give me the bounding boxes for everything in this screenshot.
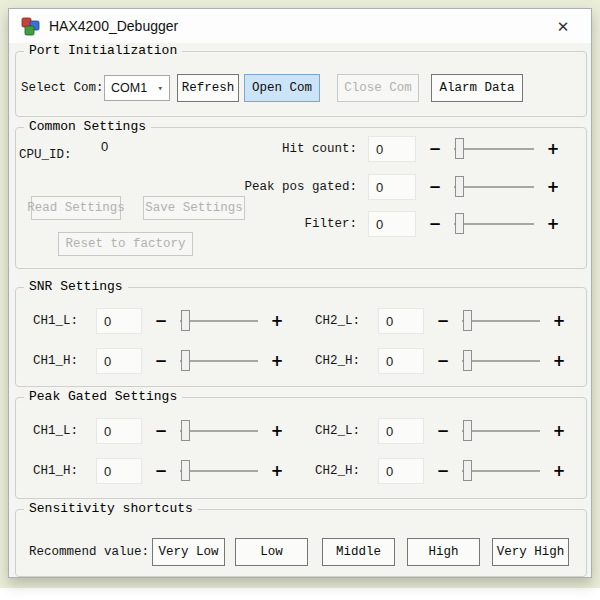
snr-ch1-h-slider[interactable] (180, 360, 258, 362)
group-legend: Port Initialization (24, 43, 182, 58)
peak-pos-gated-value[interactable]: 0 (368, 174, 416, 200)
peak-ch1-l-row: CH1_L: 0 − + (33, 417, 285, 445)
plus-button[interactable]: + (545, 173, 561, 201)
peak-ch1-l-slider[interactable] (180, 430, 258, 432)
group-legend: Common Settings (24, 119, 151, 134)
slider-thumb[interactable] (181, 460, 190, 481)
snr-ch2-h-slider[interactable] (462, 360, 540, 362)
save-settings-button: Save Settings (143, 196, 245, 220)
peak-ch1-l-label: CH1_L: (33, 424, 85, 438)
cpu-id-value: 0 (101, 139, 108, 154)
plus-button[interactable]: + (551, 457, 567, 485)
minus-button[interactable]: − (153, 417, 169, 445)
slider-thumb[interactable] (455, 176, 464, 197)
peak-ch1-l-value[interactable]: 0 (96, 418, 142, 444)
sensitivity-high-button[interactable]: High (407, 538, 480, 566)
group-legend: Peak Gated Settings (24, 389, 182, 404)
desktop-background: HAX4200_Debugger ✕ Port Initialization S… (0, 0, 600, 600)
minus-button[interactable]: − (435, 457, 451, 485)
filter-slider[interactable] (454, 223, 534, 225)
snr-ch1-l-label: CH1_L: (33, 314, 85, 328)
slider-thumb[interactable] (181, 350, 190, 371)
filter-label: Filter: (239, 217, 357, 231)
snr-ch2-h-row: CH2_H: 0 − + (315, 347, 567, 375)
alarm-data-button[interactable]: Alarm Data (431, 74, 523, 102)
snr-ch2-l-label: CH2_L: (315, 314, 367, 328)
app-window: HAX4200_Debugger ✕ Port Initialization S… (8, 8, 592, 578)
hit-count-value[interactable]: 0 (368, 136, 416, 162)
sensitivity-very-low-button[interactable]: Very Low (152, 538, 225, 566)
com-port-value: COM1 (111, 81, 147, 95)
hit-count-slider[interactable] (454, 148, 534, 150)
peak-ch1-h-value[interactable]: 0 (96, 458, 142, 484)
hit-count-label: Hit count: (239, 142, 357, 156)
page-margin (0, 588, 600, 600)
refresh-button[interactable]: Refresh (177, 74, 239, 102)
window-body: Port Initialization Select Com: COM1 ▾ R… (9, 43, 591, 579)
plus-button[interactable]: + (269, 457, 285, 485)
plus-button[interactable]: + (269, 307, 285, 335)
peak-ch1-h-row: CH1_H: 0 − + (33, 457, 285, 485)
peak-pos-gated-label: Peak pos gated: (239, 180, 357, 194)
slider-thumb[interactable] (455, 213, 464, 234)
minus-button[interactable]: − (435, 417, 451, 445)
peak-ch2-l-value[interactable]: 0 (378, 418, 424, 444)
window-title: HAX4200_Debugger (49, 18, 178, 34)
peak-ch1-h-label: CH1_H: (33, 464, 85, 478)
sensitivity-low-button[interactable]: Low (235, 538, 308, 566)
plus-button[interactable]: + (269, 417, 285, 445)
plus-button[interactable]: + (545, 135, 561, 163)
close-com-button: Close Com (337, 74, 419, 102)
sensitivity-middle-button[interactable]: Middle (322, 538, 395, 566)
snr-ch1-l-slider[interactable] (180, 320, 258, 322)
read-settings-button: Read Settings (31, 196, 121, 220)
minus-button[interactable]: − (427, 210, 443, 238)
close-icon[interactable]: ✕ (551, 15, 575, 39)
plus-button[interactable]: + (545, 210, 561, 238)
peak-ch2-h-slider[interactable] (462, 470, 540, 472)
snr-ch2-h-label: CH2_H: (315, 354, 367, 368)
peak-pos-gated-slider[interactable] (454, 186, 534, 188)
peak-ch2-h-value[interactable]: 0 (378, 458, 424, 484)
minus-button[interactable]: − (427, 173, 443, 201)
sensitivity-very-high-button[interactable]: Very High (492, 538, 569, 566)
slider-thumb[interactable] (181, 310, 190, 331)
slider-thumb[interactable] (463, 310, 472, 331)
snr-ch2-h-value[interactable]: 0 (378, 348, 424, 374)
plus-button[interactable]: + (551, 307, 567, 335)
snr-ch2-l-slider[interactable] (462, 320, 540, 322)
filter-value[interactable]: 0 (368, 211, 416, 237)
open-com-button[interactable]: Open Com (244, 74, 320, 102)
com-port-select[interactable]: COM1 ▾ (104, 75, 170, 101)
filter-row: Filter: 0 − + (239, 210, 561, 238)
plus-button[interactable]: + (551, 417, 567, 445)
group-legend: SNR Settings (24, 279, 128, 294)
peak-ch2-h-label: CH2_H: (315, 464, 367, 478)
slider-thumb[interactable] (463, 420, 472, 441)
plus-button[interactable]: + (269, 347, 285, 375)
recommend-value-label: Recommend value: (29, 538, 149, 566)
snr-ch2-l-value[interactable]: 0 (378, 308, 424, 334)
slider-thumb[interactable] (181, 420, 190, 441)
select-com-label: Select Com: (21, 74, 104, 102)
slider-thumb[interactable] (463, 460, 472, 481)
snr-ch1-h-value[interactable]: 0 (96, 348, 142, 374)
slider-thumb[interactable] (463, 350, 472, 371)
snr-ch1-l-value[interactable]: 0 (96, 308, 142, 334)
peak-ch2-h-row: CH2_H: 0 − + (315, 457, 567, 485)
title-bar: HAX4200_Debugger ✕ (9, 9, 591, 43)
peak-ch1-h-slider[interactable] (180, 470, 258, 472)
chevron-down-icon: ▾ (158, 83, 163, 94)
app-icon (21, 17, 40, 36)
minus-button[interactable]: − (153, 307, 169, 335)
slider-thumb[interactable] (455, 138, 464, 159)
plus-button[interactable]: + (551, 347, 567, 375)
snr-ch1-h-row: CH1_H: 0 − + (33, 347, 285, 375)
minus-button[interactable]: − (435, 347, 451, 375)
peak-ch2-l-slider[interactable] (462, 430, 540, 432)
snr-ch1-h-label: CH1_H: (33, 354, 85, 368)
minus-button[interactable]: − (427, 135, 443, 163)
minus-button[interactable]: − (435, 307, 451, 335)
minus-button[interactable]: − (153, 457, 169, 485)
minus-button[interactable]: − (153, 347, 169, 375)
